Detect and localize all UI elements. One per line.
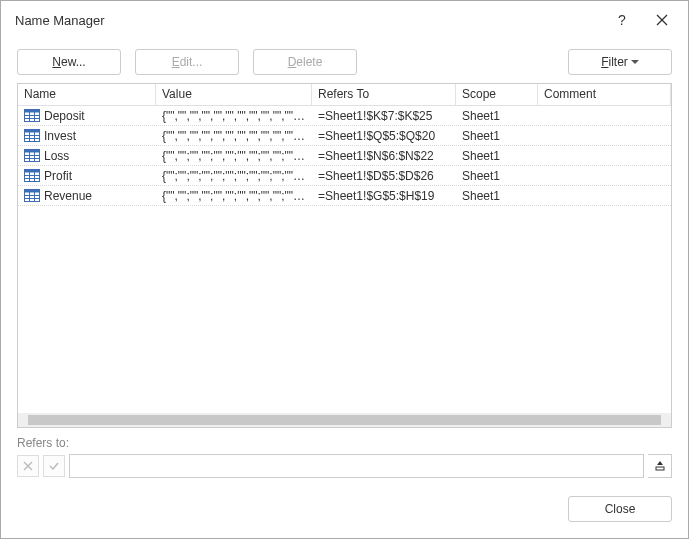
row-scope: Sheet1 (456, 128, 538, 144)
col-header-name[interactable]: Name (18, 84, 156, 105)
refers-to-input[interactable] (69, 454, 644, 478)
row-value: {"","","","","","","","","","","","","",… (156, 108, 312, 124)
svg-rect-3 (25, 110, 40, 113)
row-comment (538, 115, 671, 117)
row-comment (538, 195, 671, 197)
range-picker-button[interactable] (648, 454, 672, 478)
col-header-scope[interactable]: Scope (456, 84, 538, 105)
svg-rect-15 (25, 150, 40, 153)
svg-rect-27 (25, 190, 40, 193)
row-comment (538, 175, 671, 177)
row-name: Invest (44, 129, 76, 143)
close-window-button[interactable] (642, 5, 682, 35)
edit-button[interactable]: Edit... (135, 49, 239, 75)
x-icon (22, 460, 34, 472)
row-value: {"","","","","","","","","","","","","",… (156, 128, 312, 144)
table-row[interactable]: Profit{"";"";"";"";"";"";"";"";"";"";"";… (18, 166, 671, 186)
help-button[interactable]: ? (602, 5, 642, 35)
table-icon (24, 129, 40, 142)
close-icon (656, 14, 668, 26)
row-comment (538, 135, 671, 137)
titlebar: Name Manager ? (1, 1, 688, 39)
table-row[interactable]: Deposit{"","","","","","","","","","",""… (18, 106, 671, 126)
collapse-icon (654, 460, 666, 472)
names-list: Name Value Refers To Scope Comment Depos… (17, 83, 672, 428)
dialog-footer: Close (1, 482, 688, 538)
row-name: Profit (44, 169, 72, 183)
row-name: Deposit (44, 109, 85, 123)
row-refers: =Sheet1!$N$6:$N$22 (312, 148, 456, 164)
list-body: Deposit{"","","","","","","","","","",""… (18, 106, 671, 413)
chevron-down-icon (631, 60, 639, 64)
svg-marker-35 (657, 461, 663, 465)
refers-to-section: Refers to: (1, 428, 688, 482)
table-icon (24, 109, 40, 122)
filter-button[interactable]: Filter (568, 49, 672, 75)
close-button[interactable]: Close (568, 496, 672, 522)
accept-edit-button[interactable] (43, 455, 65, 477)
row-refers: =Sheet1!$G$5:$H$19 (312, 188, 456, 204)
table-row[interactable]: Invest{"","","","","","","","","","","",… (18, 126, 671, 146)
row-value: {"";"";"";"";"";"";"";"";"";"";"";"";"";… (156, 168, 312, 184)
col-header-refers[interactable]: Refers To (312, 84, 456, 105)
svg-rect-9 (25, 130, 40, 133)
row-scope: Sheet1 (456, 188, 538, 204)
svg-rect-21 (25, 170, 40, 173)
row-scope: Sheet1 (456, 148, 538, 164)
row-value: {"","";"","";"","";"","";"","";"","";"",… (156, 148, 312, 164)
list-header: Name Value Refers To Scope Comment (18, 84, 671, 106)
toolbar: New... Edit... Delete Filter (1, 39, 688, 83)
name-manager-dialog: Name Manager ? New... Edit... Delete Fil… (0, 0, 689, 539)
row-scope: Sheet1 (456, 168, 538, 184)
svg-rect-34 (656, 467, 664, 470)
row-refers: =Sheet1!$K$7:$K$25 (312, 108, 456, 124)
col-header-comment[interactable]: Comment (538, 84, 671, 105)
refers-to-label: Refers to: (17, 436, 672, 450)
horizontal-scrollbar[interactable] (18, 413, 671, 427)
row-refers: =Sheet1!$Q$5:$Q$20 (312, 128, 456, 144)
new-button[interactable]: New... (17, 49, 121, 75)
table-row[interactable]: Revenue{"","";"","";"","";"","";"","";""… (18, 186, 671, 206)
row-name: Revenue (44, 189, 92, 203)
table-row[interactable]: Loss{"","";"","";"","";"","";"","";"",""… (18, 146, 671, 166)
delete-button[interactable]: Delete (253, 49, 357, 75)
scrollbar-thumb[interactable] (28, 415, 661, 425)
table-icon (24, 169, 40, 182)
table-icon (24, 189, 40, 202)
row-comment (538, 155, 671, 157)
row-name: Loss (44, 149, 69, 163)
row-refers: =Sheet1!$D$5:$D$26 (312, 168, 456, 184)
col-header-value[interactable]: Value (156, 84, 312, 105)
row-scope: Sheet1 (456, 108, 538, 124)
cancel-edit-button[interactable] (17, 455, 39, 477)
dialog-title: Name Manager (15, 13, 602, 28)
row-value: {"","";"","";"","";"","";"","";"","";"",… (156, 188, 312, 204)
check-icon (48, 460, 60, 472)
table-icon (24, 149, 40, 162)
